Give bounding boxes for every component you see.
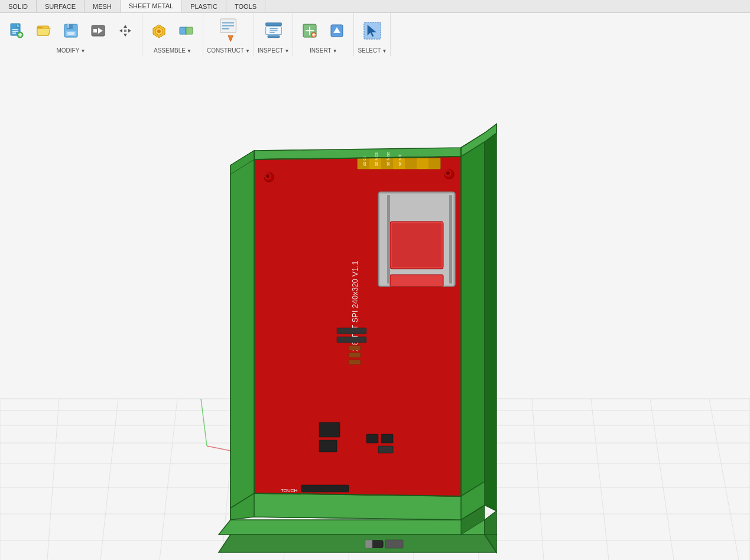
svg-marker-74 [219,535,496,552]
svg-rect-37 [268,35,280,37]
svg-rect-106 [428,158,440,169]
inspect-icons [261,15,287,46]
svg-text:sd sck: sd sck [398,154,402,166]
svg-rect-117 [319,440,337,452]
toolbar-body: MODIFY [0,13,750,56]
svg-rect-119 [381,434,393,443]
insert1-button[interactable] [297,15,323,46]
svg-rect-120 [378,446,393,453]
svg-marker-31 [228,35,233,41]
assemble-label[interactable]: ASSEMBLE [154,47,191,54]
svg-rect-97 [387,195,390,284]
svg-marker-75 [219,520,496,535]
svg-point-125 [266,174,270,178]
svg-rect-113 [349,346,361,350]
group-modify: MODIFY [0,13,142,56]
group-construct: CONSTRUCT [203,13,254,56]
open-icon [35,22,53,40]
svg-marker-19 [119,29,122,32]
svg-rect-122 [301,485,349,492]
save-icon [62,22,80,40]
svg-text:sd Miso: sd Miso [386,152,390,166]
insert2-button[interactable] [324,15,350,46]
insert-label[interactable]: INSERT [310,47,337,54]
svg-marker-82 [230,151,254,520]
svg-rect-79 [385,540,403,548]
assemble2-icon [177,22,195,40]
inspect-label[interactable]: INSPECT [258,47,289,54]
svg-rect-118 [366,434,378,443]
svg-rect-13 [67,32,74,35]
new-icon [8,22,25,40]
group-insert: INSERT [293,13,354,56]
svg-rect-26 [186,27,193,34]
select-icons [359,15,385,46]
grid-background: 2.8 TFT SPI 240x320 V1.1 sd cs sd Mosi s… [0,56,750,560]
open-button[interactable] [31,15,57,46]
svg-rect-96 [390,275,443,286]
construct-label[interactable]: CONSTRUCT [207,47,250,54]
svg-rect-98 [449,195,452,284]
tab-surface[interactable]: SURFACE [37,0,85,12]
move-button[interactable] [112,15,138,46]
svg-rect-32 [265,23,281,26]
construct-icons [215,15,241,46]
tab-mesh[interactable]: MESH [85,0,121,12]
assemble1-icon [150,22,168,40]
new-button[interactable] [4,15,30,46]
assemble-icons [146,15,199,46]
svg-marker-18 [124,34,127,37]
viewport[interactable]: 2.8 TFT SPI 240x320 V1.1 sd cs sd Mosi s… [0,56,750,560]
move-icon [116,22,134,40]
group-inspect: INSPECT [254,13,293,56]
svg-rect-114 [349,353,361,357]
group-assemble: ASSEMBLE [142,13,203,56]
assemble1-button[interactable] [146,15,172,46]
svg-rect-105 [417,158,428,169]
svg-text:TOUCH: TOUCH [281,488,298,493]
toolbar-tab-row: SOLID SURFACE MESH SHEET METAL PLASTIC T… [0,0,750,13]
svg-rect-116 [319,422,340,437]
insert-icons [297,15,350,46]
svg-rect-16 [93,29,97,32]
svg-marker-89 [254,493,461,520]
svg-marker-85 [485,124,496,511]
svg-rect-95 [392,223,441,267]
svg-text:sd Mosi: sd Mosi [374,151,378,166]
svg-rect-11 [67,24,69,28]
svg-marker-17 [124,25,127,28]
select-button[interactable] [359,15,385,46]
tab-sheetmetal[interactable]: SHEET METAL [121,0,182,12]
tab-solid[interactable]: SOLID [0,0,37,12]
insert2-icon [328,22,346,40]
select-label[interactable]: SELECT [358,47,387,54]
svg-rect-104 [405,158,417,169]
svg-rect-112 [337,337,366,343]
construct-icon [219,22,237,40]
svg-marker-20 [128,29,131,32]
group-select: SELECT [354,13,391,56]
insert1-icon [301,22,319,40]
svg-point-128 [446,171,450,175]
tab-tools[interactable]: TOOLS [226,0,265,12]
tab-plastic[interactable]: PLASTIC [182,0,226,12]
assemble2-button[interactable] [173,15,199,46]
svg-rect-21 [124,30,126,32]
undo-button[interactable] [85,15,111,46]
svg-rect-78 [365,540,372,548]
select-icon [363,22,381,40]
svg-rect-111 [337,328,366,334]
modify-label[interactable]: MODIFY [56,47,85,54]
modify-icons [4,15,138,46]
save-button[interactable] [58,15,84,46]
svg-point-24 [157,30,161,33]
undo-icon [89,22,107,40]
construct-button[interactable] [215,15,241,46]
svg-marker-84 [461,133,485,520]
inspect-button[interactable] [261,15,287,46]
svg-rect-115 [349,360,361,364]
inspect-icon [265,22,283,40]
